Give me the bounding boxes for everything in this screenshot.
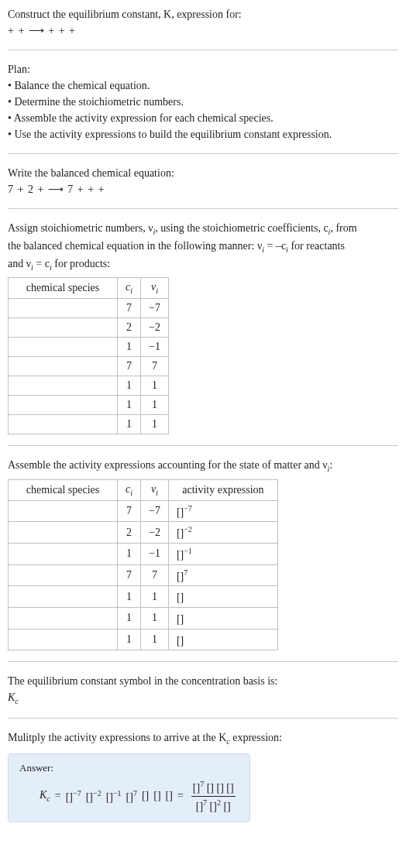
cell-vi: 1 xyxy=(141,376,169,396)
numerator: []7 [] [] [] xyxy=(191,779,236,795)
cell-vi: −1 xyxy=(141,544,169,565)
term: [] xyxy=(142,790,149,802)
cell-ci: 2 xyxy=(118,318,141,338)
text: [] xyxy=(207,782,214,794)
table-row: 11 xyxy=(9,415,169,434)
col-activity: activity expression xyxy=(168,479,277,500)
answer-box: Answer: Kc = []−7 []−2 []−1 []7 [] [] []… xyxy=(8,753,250,822)
cell-ci: 1 xyxy=(118,415,141,434)
cell-ci: 1 xyxy=(118,586,141,608)
denominator: []7 []2 [] xyxy=(194,798,232,814)
fraction-bar xyxy=(191,796,236,797)
text: = c xyxy=(33,258,50,269)
intro-eq-text: + + ⟶ + + + xyxy=(8,25,76,36)
cell-species xyxy=(9,522,118,544)
cell-ci: 1 xyxy=(118,396,141,415)
cell-ci: 7 xyxy=(118,500,141,522)
col-ci: ci xyxy=(118,479,141,500)
answer-label: Answer: xyxy=(19,762,239,774)
table-row: 11 xyxy=(9,396,169,415)
table-row: 7−7 xyxy=(9,299,169,318)
divider xyxy=(8,153,398,154)
text: [] xyxy=(177,527,184,539)
equals: = xyxy=(177,790,184,802)
text: = –c xyxy=(264,240,286,252)
divider xyxy=(8,445,398,446)
stoich-desc-1: Assign stoichiometric numbers, νi, using… xyxy=(8,220,398,238)
cell-activity: []−1 xyxy=(168,544,277,565)
plan-item-4: • Use the activity expressions to build … xyxy=(8,126,398,142)
text: K xyxy=(8,691,15,703)
kc-desc: The equilibrium constant symbol in the c… xyxy=(8,673,398,689)
cell-vi: −2 xyxy=(141,318,169,338)
activity-desc: Assemble the activity expressions accoun… xyxy=(8,457,398,475)
cell-activity: []7 xyxy=(168,564,277,586)
sub-i: i xyxy=(156,286,158,295)
text: [] xyxy=(177,506,184,517)
plan-item-2: • Determine the stoichiometric numbers. xyxy=(8,94,398,110)
kc-lhs: Kc xyxy=(40,789,50,803)
col-species: chemical species xyxy=(9,278,118,299)
plan-item-1: • Balance the chemical equation. xyxy=(8,77,398,94)
exp: 2 xyxy=(217,798,221,807)
table-row: 77[]7 xyxy=(9,564,278,586)
divider xyxy=(8,661,398,662)
term: [] xyxy=(166,790,173,802)
kc-expression: Kc = []−7 []−2 []−1 []7 [] [] [] = []7 [… xyxy=(40,779,239,814)
col-vi: νi xyxy=(141,479,169,500)
text: Assign stoichiometric numbers, ν xyxy=(8,222,153,234)
kc-symbol: Kc xyxy=(8,689,398,707)
table-row: 11 xyxy=(9,376,169,396)
text: [] xyxy=(177,634,184,646)
cell-species xyxy=(9,629,118,650)
text: the balanced chemical equation in the fo… xyxy=(8,240,262,252)
cell-activity: [] xyxy=(168,586,277,608)
intro-text-1: Construct the equilibrium constant, K, e… xyxy=(8,9,242,20)
text: , using the stoichiometric coefficients,… xyxy=(155,222,328,234)
exp: −2 xyxy=(184,525,192,533)
sub-c: c xyxy=(15,697,18,705)
col-ci: ci xyxy=(118,278,141,299)
exp: 7 xyxy=(184,568,188,577)
sub-c: c xyxy=(46,794,50,803)
term: []7 xyxy=(126,789,137,804)
cell-species xyxy=(9,586,118,608)
cell-vi: 1 xyxy=(141,608,169,630)
text: [] xyxy=(226,782,233,794)
col-species: chemical species xyxy=(9,479,118,500)
balanced-equation: 7 + 2 + ⟶ 7 + + + xyxy=(8,181,398,197)
cell-activity: []−7 xyxy=(168,500,277,522)
cell-ci: 7 xyxy=(118,357,141,376)
table-row: 11[] xyxy=(9,629,278,650)
intro-equation: + + ⟶ + + + xyxy=(8,22,398,39)
cell-species xyxy=(9,376,118,396)
term: [] xyxy=(153,790,160,802)
cell-species xyxy=(9,415,118,434)
table-row: 2−2[]−2 xyxy=(9,522,278,544)
exp: −1 xyxy=(184,547,192,555)
exp: −7 xyxy=(73,789,81,798)
exp: 7 xyxy=(203,798,207,807)
intro-line-1: Construct the equilibrium constant, K, e… xyxy=(8,6,398,22)
text: [] xyxy=(177,549,184,561)
cell-ci: 1 xyxy=(118,376,141,396)
sub-i: i xyxy=(130,489,132,497)
activity-table: chemical species ci νi activity expressi… xyxy=(8,479,278,650)
cell-vi: −2 xyxy=(141,522,169,544)
cell-species xyxy=(9,338,118,357)
stoich-table: chemical species ci νi 7−7 2−2 1−1 77 11… xyxy=(8,277,169,434)
text: [] xyxy=(66,791,73,803)
sub-i: i xyxy=(156,489,158,497)
text: for reactants xyxy=(288,240,345,252)
cell-vi: 1 xyxy=(141,415,169,434)
cell-ci: 1 xyxy=(118,629,141,650)
cell-ci: 7 xyxy=(118,564,141,586)
cell-species xyxy=(9,396,118,415)
divider xyxy=(8,208,398,209)
cell-species xyxy=(9,564,118,586)
cell-activity: [] xyxy=(168,608,277,630)
exp: −2 xyxy=(93,789,102,798)
text: [] xyxy=(193,782,200,794)
exp: 7 xyxy=(200,780,204,788)
text: expression: xyxy=(230,732,282,743)
